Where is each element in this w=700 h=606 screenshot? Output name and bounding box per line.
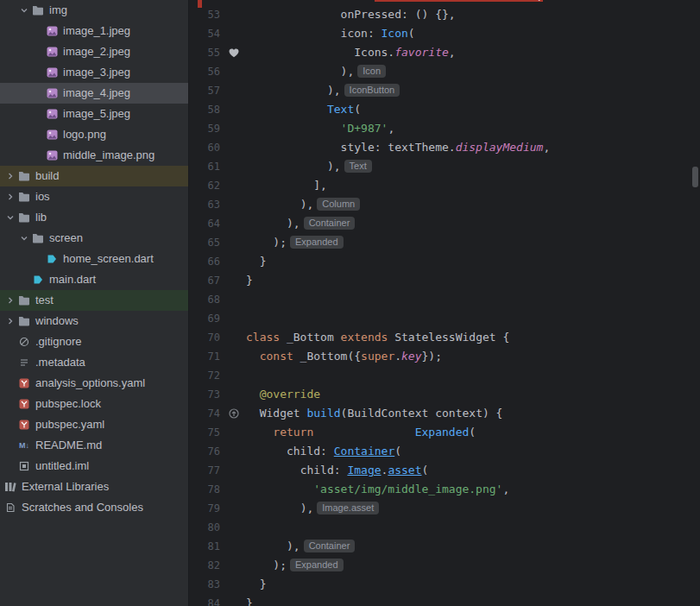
line-number[interactable]: 64 — [189, 214, 222, 233]
token: extends — [341, 331, 388, 344]
tree-item-metadata[interactable]: .metadata — [0, 352, 188, 373]
code-line-81[interactable]: 81 ),Container — [189, 537, 700, 556]
code-line-65[interactable]: 65 );Expanded — [189, 233, 700, 252]
code-line-79[interactable]: 79 ),Image.asset — [189, 499, 700, 518]
code-line-73[interactable]: 73 @override — [189, 385, 700, 404]
line-number[interactable]: 82 — [189, 556, 222, 575]
line-number[interactable]: 77 — [189, 461, 222, 480]
tree-item-test[interactable]: test — [0, 290, 188, 311]
line-number[interactable]: 71 — [189, 347, 222, 366]
code-text: ], — [246, 176, 700, 195]
code-line-70[interactable]: 70class _Bottom extends StatelessWidget … — [189, 328, 700, 347]
code-line-75[interactable]: 75 return Expanded( — [189, 423, 700, 442]
tree-item-logo-png[interactable]: logo.png — [0, 124, 188, 145]
tree-item-windows[interactable]: windows — [0, 311, 188, 331]
tree-item-img[interactable]: img — [0, 0, 188, 21]
line-number[interactable]: 74 — [189, 404, 222, 423]
line-number[interactable]: 62 — [189, 176, 222, 195]
token: ( — [394, 445, 401, 458]
code-line-78[interactable]: 78 'asset/img/middle_image.png', — [189, 480, 700, 499]
tree-item-home-screen-dart[interactable]: home_screen.dart — [0, 249, 188, 269]
code-line-53[interactable]: 53 onPressed: () {}, — [189, 5, 700, 24]
tree-item-gitignore[interactable]: .gitignore — [0, 331, 188, 352]
code-line-84[interactable]: 84} — [189, 594, 700, 606]
tree-item-image-5-jpeg[interactable]: image_5.jpeg — [0, 104, 188, 124]
editor-scrollbar[interactable] — [691, 0, 700, 606]
tree-item-image-3-jpeg[interactable]: image_3.jpeg — [0, 62, 188, 83]
line-number[interactable]: 83 — [189, 575, 222, 594]
line-number[interactable]: 54 — [189, 24, 222, 43]
code-line-77[interactable]: 77 child: Image.asset( — [189, 461, 700, 480]
tree-item-scratches-and-consoles[interactable]: Scratches and Consoles — [0, 497, 188, 518]
code-line-80[interactable]: 80 — [189, 518, 700, 537]
line-number[interactable]: 66 — [189, 252, 222, 271]
tree-item-image-2-jpeg[interactable]: image_2.jpeg — [0, 41, 188, 62]
code-line-72[interactable]: 72 — [189, 366, 700, 385]
code-line-59[interactable]: 59 'D+987', — [189, 119, 700, 138]
line-number[interactable]: 75 — [189, 423, 222, 442]
line-number[interactable]: 57 — [189, 81, 222, 100]
line-number[interactable]: 68 — [189, 290, 222, 309]
code-line-57[interactable]: 57 ),IconButton — [189, 81, 700, 100]
line-number[interactable]: 78 — [189, 480, 222, 499]
tree-item-pubspec-yaml[interactable]: pubspec.yaml — [0, 414, 188, 435]
scrollbar-thumb[interactable] — [692, 167, 698, 187]
code-line-62[interactable]: 62 ], — [189, 176, 700, 195]
tree-item-image-4-jpeg[interactable]: image_4.jpeg — [0, 83, 188, 104]
editor-pane[interactable]: color: Colors.blue[300]),53 onPressed: (… — [189, 0, 700, 606]
indent — [246, 426, 273, 439]
line-number[interactable]: 55 — [189, 43, 222, 62]
code-line-66[interactable]: 66 } — [189, 252, 700, 271]
tree-item-screen[interactable]: screen — [0, 228, 188, 249]
line-number[interactable]: 84 — [189, 594, 222, 606]
tree-item-ios[interactable]: ios — [0, 186, 188, 207]
code-line-58[interactable]: 58 Text( — [189, 100, 700, 119]
code-line-67[interactable]: 67} — [189, 271, 700, 290]
tree-item-untitled-iml[interactable]: untitled.iml — [0, 456, 188, 477]
code-line-71[interactable]: 71 const _Bottom({super.key}); — [189, 347, 700, 366]
tree-item-main-dart[interactable]: main.dart — [0, 269, 188, 290]
code-line-83[interactable]: 83 } — [189, 575, 700, 594]
code-line-74[interactable]: 74 Widget build(BuildContext context) { — [189, 404, 700, 423]
tree-item-image-1-jpeg[interactable]: image_1.jpeg — [0, 21, 188, 41]
gutter-slot — [222, 328, 246, 347]
line-number[interactable]: 79 — [189, 499, 222, 518]
line-number[interactable]: 69 — [189, 309, 222, 328]
line-number[interactable]: 61 — [189, 157, 222, 176]
code-line-63[interactable]: 63 ),Column — [189, 195, 700, 214]
tree-item-middle-image-png[interactable]: middle_image.png — [0, 145, 188, 166]
tree-item-analysis-options-yaml[interactable]: analysis_options.yaml — [0, 373, 188, 394]
tree-item-build[interactable]: build — [0, 166, 188, 186]
code-line-76[interactable]: 76 child: Container( — [189, 442, 700, 461]
line-number[interactable]: 63 — [189, 195, 222, 214]
code-line-82[interactable]: 82 );Expanded — [189, 556, 700, 575]
line-number[interactable]: 58 — [189, 100, 222, 119]
code-line-60[interactable]: 60 style: textTheme.displayMedium, — [189, 138, 700, 157]
line-number[interactable]: 59 — [189, 119, 222, 138]
code-line-56[interactable]: 56 ),Icon — [189, 62, 700, 81]
line-number[interactable]: 67 — [189, 271, 222, 290]
line-number[interactable]: 72 — [189, 366, 222, 385]
code-line-54[interactable]: 54 icon: Icon( — [189, 24, 700, 43]
code-line-68[interactable]: 68 — [189, 290, 700, 309]
code-line-69[interactable]: 69 — [189, 309, 700, 328]
code-line-64[interactable]: 64 ),Container — [189, 214, 700, 233]
tree-item-external-libraries[interactable]: External Libraries — [0, 477, 188, 497]
line-number[interactable]: 53 — [189, 5, 222, 24]
tree-item-readme-md[interactable]: M↓README.md — [0, 435, 188, 456]
line-number[interactable]: 56 — [189, 62, 222, 81]
line-number[interactable]: 81 — [189, 537, 222, 556]
line-number[interactable]: 60 — [189, 138, 222, 157]
indent — [246, 103, 327, 116]
token: ), — [327, 160, 341, 173]
line-number[interactable]: 80 — [189, 518, 222, 537]
tree-item-pubspec-lock[interactable]: pubspec.lock — [0, 394, 188, 414]
code-text: child: Image.asset( — [246, 461, 700, 480]
code-line-61[interactable]: 61 ),Text — [189, 157, 700, 176]
line-number[interactable]: 76 — [189, 442, 222, 461]
line-number[interactable]: 70 — [189, 328, 222, 347]
line-number[interactable]: 73 — [189, 385, 222, 404]
tree-item-lib[interactable]: lib — [0, 207, 188, 228]
line-number[interactable]: 65 — [189, 233, 222, 252]
code-line-55[interactable]: 55 Icons.favorite, — [189, 43, 700, 62]
